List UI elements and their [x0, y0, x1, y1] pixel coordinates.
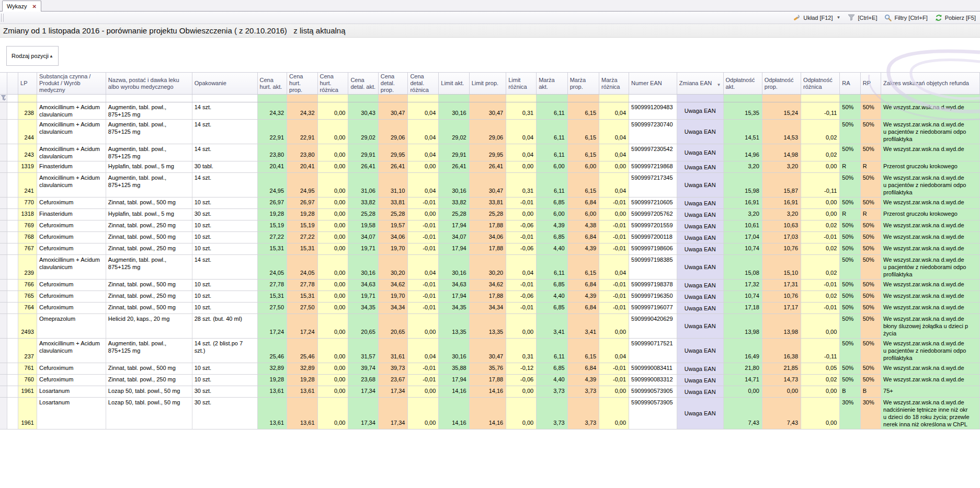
cell-rp[interactable]: 50%: [860, 339, 881, 363]
cell-mar_prop[interactable]: 6,15: [567, 102, 599, 120]
cell-cd_roz[interactable]: -0,01: [408, 243, 439, 255]
cell-cd_akt[interactable]: 17,34: [348, 386, 378, 398]
cell-ean[interactable]: 5909997217345: [629, 173, 677, 197]
filter-cell-substance[interactable]: [37, 95, 106, 102]
cell-mar_akt[interactable]: 4,40: [537, 243, 567, 255]
cell-lim_akt[interactable]: 33,82: [439, 197, 469, 209]
cell-mar_roz[interactable]: 0,04: [599, 102, 629, 120]
cell-odp_roz[interactable]: 0,02: [801, 375, 840, 386]
cell-ch_prop[interactable]: 32,89: [287, 363, 317, 375]
cell-substance[interactable]: Cefuroximum: [37, 220, 106, 232]
cell-rp[interactable]: 50%: [860, 303, 881, 314]
cell-cd_akt[interactable]: 34,07: [348, 232, 378, 243]
cell-cd_roz[interactable]: 0,04: [408, 173, 439, 197]
cell-cd_akt[interactable]: 20,65: [348, 314, 378, 339]
cell-ean[interactable]: 5909997196077: [629, 303, 677, 314]
cell-lim_prop[interactable]: 29,06: [469, 120, 506, 144]
cell-lim_roz[interactable]: 0,00: [506, 386, 537, 398]
cell-lim_akt[interactable]: 29,02: [439, 120, 469, 144]
cell-name[interactable]: Zinnat, tabl. powl., 500 mg: [106, 232, 192, 243]
cell-lp[interactable]: 239: [18, 255, 37, 280]
cell-ch_roz[interactable]: 0,00: [317, 232, 348, 243]
cell-mar_akt[interactable]: 6,00: [537, 209, 567, 220]
cell-cd_akt[interactable]: 25,28: [348, 209, 378, 220]
cell-ean[interactable]: 5909997210605: [629, 197, 677, 209]
cell-lim_akt[interactable]: 17,94: [439, 220, 469, 232]
cell-ch_prop[interactable]: 27,50: [287, 303, 317, 314]
cell-zmiana[interactable]: Uwaga EAN: [677, 291, 723, 303]
cell-odp_roz[interactable]: 0,05: [801, 363, 840, 375]
cell-name[interactable]: Helicid 20, kaps., 20 mg: [106, 314, 192, 339]
cell-ch_prop[interactable]: 15,19: [287, 220, 317, 232]
column-header-lim_prop[interactable]: Limit prop.: [469, 73, 506, 95]
cell-lp[interactable]: 244: [18, 120, 37, 144]
cell-ra[interactable]: 50%: [840, 363, 860, 375]
cell-odp_prop[interactable]: 14,73: [762, 375, 801, 386]
cell-ch_prop[interactable]: 24,05: [287, 255, 317, 280]
cell-pack[interactable]: 14 szt.: [192, 173, 257, 197]
cell-ch_roz[interactable]: 0,00: [317, 291, 348, 303]
cell-substance[interactable]: Amoxicillinum + Acidum clavulanicum: [37, 339, 106, 363]
filter-cell-lim_roz[interactable]: [506, 95, 537, 102]
cell-mar_roz[interactable]: 0,00: [599, 398, 629, 429]
cell-odp_prop[interactable]: 0,00: [762, 386, 801, 398]
cell-ch_akt[interactable]: 24,32: [257, 102, 287, 120]
cell-odp_prop[interactable]: 16,38: [762, 339, 801, 363]
cell-ch_prop[interactable]: 17,24: [287, 314, 317, 339]
cell-zakres[interactable]: We wszyst.zar.wsk.na d.wyd.denadciśnieni…: [881, 398, 980, 429]
cell-lim_roz[interactable]: -0,01: [506, 280, 537, 291]
cell-lp[interactable]: 1961: [18, 398, 37, 429]
cell-pack[interactable]: 10 szt.: [192, 220, 257, 232]
cell-lim_roz[interactable]: -0,06: [506, 243, 537, 255]
cell-mar_prop[interactable]: 6,00: [567, 209, 599, 220]
tab-close-icon[interactable]: ✕: [32, 4, 36, 9]
cell-substance[interactable]: Cefuroximum: [37, 375, 106, 386]
cell-pack[interactable]: 14 szt.: [192, 144, 257, 161]
cell-mar_akt[interactable]: 6,11: [537, 339, 567, 363]
filter-cell-cd_prop[interactable]: [378, 95, 408, 102]
cell-substance[interactable]: Amoxicillinum + Acidum clavulanicum: [37, 120, 106, 144]
cell-zmiana[interactable]: Uwaga EAN: [677, 220, 723, 232]
cell-odp_akt[interactable]: 0,00: [723, 386, 762, 398]
cell-cd_prop[interactable]: 19,70: [378, 243, 408, 255]
fetch-button[interactable]: Pobierz [F5]: [935, 14, 976, 21]
cell-cd_roz[interactable]: 0,04: [408, 144, 439, 161]
cell-ra[interactable]: 50%: [840, 314, 860, 339]
cell-lp[interactable]: 243: [18, 144, 37, 161]
cell-lim_roz[interactable]: 0,00: [506, 398, 537, 429]
cell-odp_prop[interactable]: 17,17: [762, 303, 801, 314]
cell-odp_prop[interactable]: 15,87: [762, 173, 801, 197]
cell-lp[interactable]: 769: [18, 220, 37, 232]
cell-odp_prop[interactable]: 21,85: [762, 363, 801, 375]
cell-mar_akt[interactable]: 4,40: [537, 375, 567, 386]
cell-cd_roz[interactable]: 0,00: [408, 161, 439, 173]
cell-lim_prop[interactable]: 14,16: [469, 398, 506, 429]
cell-ra[interactable]: 50%: [840, 173, 860, 197]
cell-name[interactable]: Lozap 50, tabl. powl., 50 mg: [106, 386, 192, 398]
cell-lim_roz[interactable]: -0,01: [506, 197, 537, 209]
cell-cd_roz[interactable]: -0,01: [408, 375, 439, 386]
cell-mar_roz[interactable]: -0,01: [599, 197, 629, 209]
cell-lp[interactable]: 1319: [18, 161, 37, 173]
cell-pack[interactable]: 28 szt. (but. 40 ml): [192, 314, 257, 339]
cell-ra[interactable]: 50%: [840, 144, 860, 161]
cell-substance[interactable]: Cefuroximum: [37, 303, 106, 314]
cell-zakres[interactable]: We wszyst.zar.wsk.na d.wyd.de: [881, 375, 980, 386]
cell-odp_akt[interactable]: 21,80: [723, 363, 762, 375]
cell-cd_akt[interactable]: 26,41: [348, 161, 378, 173]
cell-substance[interactable]: Cefuroximum: [37, 197, 106, 209]
layout-dropdown-icon[interactable]: ▼: [837, 15, 841, 20]
cell-pack[interactable]: 10 szt.: [192, 363, 257, 375]
cell-zmiana[interactable]: Uwaga EAN: [677, 255, 723, 280]
cell-ch_roz[interactable]: 0,00: [317, 363, 348, 375]
cell-ch_prop[interactable]: 19,28: [287, 375, 317, 386]
cell-lp[interactable]: 1318: [18, 209, 37, 220]
cell-lp[interactable]: 764: [18, 303, 37, 314]
cell-substance[interactable]: Cefuroximum: [37, 280, 106, 291]
cell-ra[interactable]: 50%: [840, 303, 860, 314]
cell-name[interactable]: Augmentin, tabl. powl., 875+125 mg: [106, 144, 192, 161]
cell-mar_akt[interactable]: 3,41: [537, 314, 567, 339]
cell-cd_roz[interactable]: -0,01: [408, 280, 439, 291]
cell-ch_prop[interactable]: 22,91: [287, 120, 317, 144]
filter-cell-mar_roz[interactable]: [599, 95, 629, 102]
